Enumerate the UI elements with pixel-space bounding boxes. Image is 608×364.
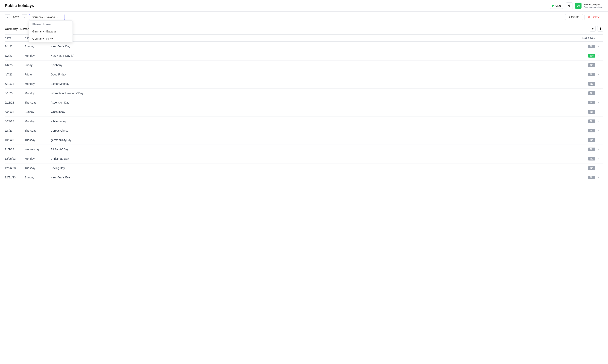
cell-name: Christmas Day [51, 157, 565, 160]
half-day-badge: No [588, 166, 595, 170]
year-label: 2023 [11, 15, 21, 19]
section-title: Germany - Bavaria [5, 27, 31, 30]
cell-more: ··· [595, 119, 603, 123]
table-row: 1/1/23 Sunday New Year's Day No ··· [5, 42, 603, 51]
cell-date: 12/31/23 [5, 176, 25, 179]
col-name [51, 37, 565, 40]
toolbar: ‹ 2023 › Germany - Bavaria ▾ Please choo… [0, 12, 608, 23]
more-button[interactable]: ··· [595, 110, 600, 114]
cell-day: Wednesday [25, 148, 51, 151]
cell-name: Whitmonday [51, 120, 565, 123]
table-header: DATE DAY HALF DAY [5, 36, 603, 42]
cell-day: Tuesday [25, 167, 51, 170]
cell-day: Monday [25, 157, 51, 160]
cell-half-day: No [565, 119, 595, 123]
cell-name: Ascension Day [51, 101, 565, 104]
cell-more: ··· [595, 100, 603, 105]
cell-half-day: No [565, 45, 595, 48]
avatar: SU [575, 3, 582, 9]
cell-more: ··· [595, 156, 603, 161]
cell-half-day: No [565, 91, 595, 95]
cell-half-day: No [565, 63, 595, 67]
table-row: 12/26/23 Tuesday Boxing Day No ··· [5, 164, 603, 173]
half-day-badge: No [588, 148, 595, 151]
table-row: 5/29/23 Monday Whitmonday No ··· [5, 117, 603, 126]
cell-more: ··· [595, 110, 603, 114]
cell-day: Monday [25, 82, 51, 85]
create-button[interactable]: + Create [565, 14, 583, 20]
page-header: Public holidays 0:00 ↺ SU susan_super Su… [0, 0, 608, 12]
more-button[interactable]: ··· [595, 72, 600, 77]
more-button[interactable]: ··· [595, 175, 600, 180]
table-row: 4/7/23 Friday Good Friday No ··· [5, 70, 603, 79]
refresh-button[interactable]: ↺ [566, 2, 573, 9]
import-icon: ⬇ [599, 27, 602, 31]
cell-date: 11/1/23 [5, 148, 25, 151]
cell-more: ··· [595, 166, 603, 170]
delete-button[interactable]: 🗑 Delete [584, 14, 603, 20]
region-dropdown-wrapper: Germany - Bavaria ▾ Please choose German… [29, 14, 65, 20]
table-row: 12/25/23 Monday Christmas Day No ··· [5, 154, 603, 164]
more-button[interactable]: ··· [595, 156, 600, 161]
cell-name: Good Friday [51, 73, 565, 76]
cell-half-day: No [565, 176, 595, 179]
more-button[interactable]: ··· [595, 147, 600, 152]
cell-date: 5/28/23 [5, 110, 25, 114]
chevron-left-icon: ‹ [7, 15, 8, 19]
prev-year-button[interactable]: ‹ [5, 14, 10, 20]
user-info: susan_super Super Administrator [584, 3, 603, 8]
cell-name: International Workers' Day [51, 91, 565, 95]
half-day-badge: No [588, 45, 595, 48]
more-button[interactable]: ··· [595, 53, 600, 58]
table-row: 11/1/23 Wednesday All Saints' Day No ··· [5, 145, 603, 154]
page-title: Public holidays [5, 3, 34, 8]
more-button[interactable]: ··· [595, 44, 600, 49]
table-row: 12/31/23 Sunday New Year's Eve No ··· [5, 173, 603, 182]
cell-date: 12/26/23 [5, 167, 25, 170]
more-button[interactable]: ··· [595, 166, 600, 170]
cell-more: ··· [595, 147, 603, 152]
region-dropdown[interactable]: Germany - Bavaria ▾ [29, 14, 65, 20]
cell-name: Epiphany [51, 64, 565, 67]
cell-date: 1/1/23 [5, 45, 25, 48]
more-button[interactable]: ··· [595, 100, 600, 105]
col-date: DATE [5, 37, 25, 40]
more-button[interactable]: ··· [595, 63, 600, 67]
header-left: Public holidays [5, 3, 34, 8]
refresh-icon: ↺ [568, 4, 570, 7]
table-row: 1/2/23 Monday New Year's Day (2) Yes ··· [5, 51, 603, 61]
cell-name: Boxing Day [51, 167, 565, 170]
dropdown-option-germany-nrw[interactable]: Germany - NRW [29, 35, 73, 42]
col-half-day: HALF DAY [565, 37, 595, 40]
more-button[interactable]: ··· [595, 138, 600, 142]
cell-half-day: No [565, 148, 595, 151]
next-year-button[interactable]: › [22, 14, 27, 20]
timer-button[interactable]: 0:00 [550, 3, 563, 9]
add-icon: + [592, 27, 594, 30]
cell-day: Monday [25, 91, 51, 95]
more-button[interactable]: ··· [595, 129, 600, 133]
cell-date: 10/3/23 [5, 138, 25, 142]
import-button[interactable]: ⬇ [597, 26, 603, 32]
add-row-button[interactable]: + [590, 26, 596, 32]
dropdown-option-please-choose[interactable]: Please choose [29, 21, 73, 28]
chevron-down-icon: ▾ [57, 16, 58, 18]
cell-more: ··· [595, 44, 603, 49]
dropdown-option-germany-bavaria[interactable]: Germany - Bavaria [29, 28, 73, 35]
cell-half-day: No [565, 110, 595, 114]
table-row: 4/10/23 Monday Easter Monday No ··· [5, 79, 603, 89]
more-button[interactable]: ··· [595, 82, 600, 86]
cell-half-day: No [565, 101, 595, 104]
table-row: 5/1/23 Monday International Workers' Day… [5, 89, 603, 98]
cell-date: 1/6/23 [5, 64, 25, 67]
more-button[interactable]: ··· [595, 119, 600, 123]
cell-more: ··· [595, 129, 603, 133]
cell-date: 4/7/23 [5, 73, 25, 76]
timer-value: 0:00 [555, 4, 561, 7]
cell-half-day: No [565, 73, 595, 76]
half-day-badge: No [588, 157, 595, 160]
cell-day: Friday [25, 73, 51, 76]
more-button[interactable]: ··· [595, 91, 600, 95]
user-name: susan_super [584, 3, 603, 6]
toolbar-right: + Create 🗑 Delete [565, 14, 603, 20]
